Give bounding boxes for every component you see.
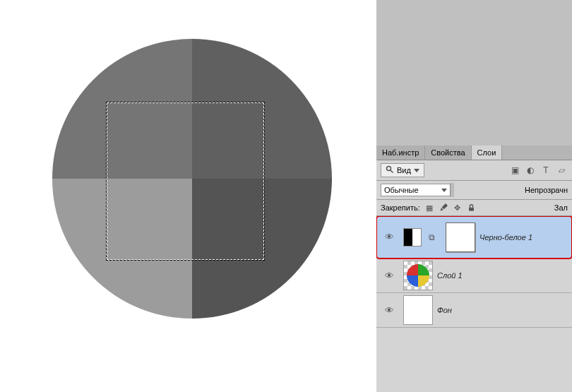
layers-list: 👁 ⧉ Черно-белое 1 👁 Слой 1 👁 Фон xyxy=(376,216,572,392)
visibility-toggle-icon[interactable]: 👁 xyxy=(385,232,394,242)
filter-image-icon[interactable]: ▣ xyxy=(508,164,521,177)
search-icon xyxy=(386,165,394,175)
chevron-down-icon xyxy=(414,169,419,172)
panel-empty-area xyxy=(376,0,572,145)
view-filter-dropdown[interactable]: Вид xyxy=(381,163,424,177)
circle-quadrant-bottom-right xyxy=(192,179,332,319)
lock-move-icon[interactable]: ✥ xyxy=(453,203,463,213)
circle-quadrant-bottom-left xyxy=(52,179,192,319)
layer-name[interactable]: Слой 1 xyxy=(437,271,463,280)
lock-paint-icon[interactable] xyxy=(439,203,448,213)
lock-label: Закрепить: xyxy=(381,203,420,212)
layer-row-image[interactable]: 👁 Слой 1 xyxy=(376,259,572,293)
panel-tabs: Наб.инстр Свойства Слои xyxy=(376,145,572,160)
adjustment-bw-icon xyxy=(403,228,422,247)
layer-thumb[interactable] xyxy=(403,295,433,325)
layers-panel: Наб.инстр Свойства Слои Вид ▣ ◐ T ▱ Обыч… xyxy=(376,0,572,392)
layer-thumb[interactable] xyxy=(403,261,433,290)
canvas-area[interactable] xyxy=(0,0,376,392)
visibility-toggle-icon[interactable]: 👁 xyxy=(385,305,394,316)
lock-all-icon[interactable] xyxy=(467,203,477,213)
layer-name[interactable]: Черно-белое 1 xyxy=(479,233,532,242)
tab-layers[interactable]: Слои xyxy=(472,145,503,160)
filter-adjust-icon[interactable]: ◐ xyxy=(524,164,537,177)
view-filter-label: Вид xyxy=(397,166,411,174)
layer-row-adjustment[interactable]: 👁 ⧉ Черно-белое 1 xyxy=(376,216,572,259)
link-icon[interactable]: ⧉ xyxy=(429,232,439,242)
blend-opacity-row: Обычные Непрозрачн xyxy=(376,181,572,200)
filter-shape-icon[interactable]: ▱ xyxy=(555,164,568,177)
layer-name[interactable]: Фон xyxy=(437,306,452,314)
svg-rect-2 xyxy=(469,207,474,210)
layer-filter-row: Вид ▣ ◐ T ▱ xyxy=(376,160,572,181)
layer-row-background[interactable]: 👁 Фон xyxy=(376,293,572,328)
svg-line-1 xyxy=(391,170,393,173)
blend-mode-value: Обычные xyxy=(384,186,419,194)
canvas-artwork xyxy=(52,39,332,319)
lock-row: Закрепить: ▦ ✥ Зал xyxy=(376,200,572,216)
blend-mode-select[interactable]: Обычные xyxy=(381,184,451,196)
layer-mask-thumb[interactable] xyxy=(446,222,475,252)
svg-point-0 xyxy=(387,167,391,171)
filter-type-icon[interactable]: T xyxy=(540,164,552,177)
fill-label: Зал xyxy=(554,203,568,212)
opacity-label: Непрозрачн xyxy=(525,186,568,194)
circle-quadrant-top-left xyxy=(52,39,192,179)
circle-quadrant-top-right xyxy=(192,39,332,179)
tab-properties[interactable]: Свойства xyxy=(425,145,471,160)
visibility-toggle-icon[interactable]: 👁 xyxy=(385,271,394,281)
tab-tools[interactable]: Наб.инстр xyxy=(376,145,425,160)
chevron-down-icon xyxy=(441,189,447,192)
lock-transparency-icon[interactable]: ▦ xyxy=(424,203,434,213)
